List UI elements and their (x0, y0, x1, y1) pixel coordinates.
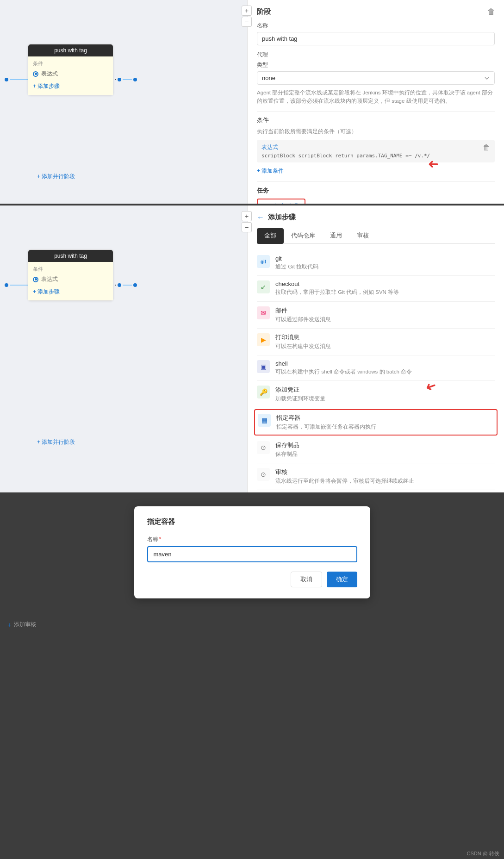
tab-bar: 全部 代码仓库 通用 审核 (257, 228, 495, 244)
condition-card-content: 表达式 scriptBlock scriptBlock return param… (261, 143, 430, 159)
credential-desc: 加载凭证到环境变量 (275, 395, 325, 403)
step-item-container[interactable]: ▦ 指定容器 指定容器，可添加嵌套任务在容器内执行 (254, 409, 498, 436)
mail-icon: ✉ (257, 306, 270, 319)
tab-audit[interactable]: 审核 (349, 228, 376, 244)
credential-title: 添加凭证 (275, 386, 325, 394)
right-connector-2 (115, 283, 137, 287)
right-dot1-2 (118, 283, 121, 287)
agent-type-select[interactable]: none (257, 71, 495, 85)
artifact-desc: 保存制品 (275, 450, 299, 458)
step-item-checkout[interactable]: ↙ checkout 拉取代码，常用于拉取非 Git 代码，例如 SVN 等等 (257, 276, 495, 301)
tab-repo[interactable]: 代码仓库 (284, 228, 323, 244)
back-arrow[interactable]: ← (257, 213, 264, 222)
zoom-out-button[interactable]: − (242, 17, 252, 27)
plus-bottom-icon: + (7, 621, 11, 629)
step-item-artifact[interactable]: ⊙ 保存制品 保存制品 (257, 436, 495, 463)
add-parallel-button-2[interactable]: + 添加并行阶段 (37, 438, 75, 446)
confirm-button[interactable]: 确定 (327, 572, 357, 587)
checkout-title: checkout (275, 280, 399, 287)
name-label: 名称 (257, 22, 495, 30)
step-item-git[interactable]: git git 通过 Git 拉取代码 (257, 250, 495, 276)
checkout-icon: ↙ (257, 280, 270, 293)
expression-label: 表达式 (41, 70, 58, 78)
step-item-shell[interactable]: ▣ shell 可以在构建中执行 shell 命令或者 windows 的 ba… (257, 355, 495, 381)
stage-header-2: push with tag (28, 250, 113, 262)
left-connector (5, 78, 31, 81)
git-title: git (275, 255, 318, 262)
bottom-bar: + 添加审核 (0, 617, 504, 632)
tab-general[interactable]: 通用 (323, 228, 349, 244)
add-step-large-button[interactable]: + + 添加步骤 (257, 199, 305, 204)
stage-body-2: 条件 表达式 + 添加步骤 (28, 262, 113, 300)
audit-desc: 流水线运行至此任务将会暂停，审核后可选择继续或终止 (275, 477, 414, 485)
right-line-2 (123, 285, 132, 286)
panel1: + − push with tag 条件 表达式 + 添加步骤 (0, 0, 504, 204)
red-arrow-1: ➜ (428, 157, 439, 172)
step-item-mail[interactable]: ✉ 邮件 可以通过邮件发送消息 (257, 302, 495, 329)
shell-title: shell (275, 360, 412, 367)
expression-row: 表达式 (33, 70, 108, 78)
container-icon: ▦ (258, 414, 271, 427)
condition-delete-icon[interactable]: 🗑 (483, 143, 490, 152)
zoom-out-button-2[interactable]: − (242, 222, 252, 232)
zoom-in-button-2[interactable]: + (242, 211, 252, 221)
panel3: 指定容器 名称* 取消 确定 (0, 492, 504, 617)
required-star: * (159, 536, 162, 542)
step-item-print[interactable]: ▶ 打印消息 可以在构建中发送消息 (257, 329, 495, 355)
name-label-text: 名称 (147, 536, 158, 542)
left-dot-2 (5, 283, 8, 287)
task-label: 任务 (257, 187, 495, 195)
audit-icon: ⊙ (257, 468, 270, 481)
add-step-large-label: + 添加步骤 (270, 202, 299, 204)
delete-icon[interactable]: 🗑 (487, 8, 495, 16)
audit-title: 审核 (275, 468, 414, 476)
condition-hint: 执行当前阶段所需要满足的条件（可选） (257, 128, 495, 135)
add-condition-button[interactable]: + 添加条件 (257, 167, 495, 175)
right-config-panel: 阶段 🗑 名称 代理 类型 none Agent 部分指定整个流水线或某定阶段将… (247, 0, 504, 204)
add-step-header: ← 添加步骤 (257, 213, 495, 222)
stage-node-2[interactable]: push with tag 条件 表达式 + 添加步骤 (28, 249, 113, 301)
step-item-credential[interactable]: 🔑 添加凭证 加载凭证到环境变量 (257, 381, 495, 408)
section-title: 阶段 🗑 (257, 7, 495, 16)
right-dot1 (118, 78, 121, 81)
stage-header: push with tag (28, 44, 113, 56)
add-parallel-button[interactable]: + 添加并行阶段 (37, 173, 75, 181)
stage-node[interactable]: push with tag 条件 表达式 + 添加步骤 (28, 44, 113, 95)
print-title: 打印消息 (275, 333, 331, 342)
right-line (123, 79, 132, 80)
condition-card[interactable]: 表达式 scriptBlock scriptBlock return param… (257, 140, 495, 162)
stage-body: 条件 表达式 + 添加步骤 (28, 56, 113, 95)
shell-desc: 可以在构建中执行 shell 命令或者 windows 的 batch 命令 (275, 368, 412, 376)
stage-name-input[interactable] (257, 32, 495, 45)
step-info-shell: shell 可以在构建中执行 shell 命令或者 windows 的 batc… (275, 360, 412, 376)
panel2: + − push with tag 条件 表达式 + 添加步骤 + 添 (0, 205, 504, 492)
condition-code: scriptBlock scriptBlock return params.TA… (261, 153, 430, 159)
step-info-mail: 邮件 可以通过邮件发送消息 (275, 306, 331, 324)
git-icon: git (257, 255, 270, 268)
step-info-checkout: checkout 拉取代码，常用于拉取非 Git 代码，例如 SVN 等等 (275, 280, 399, 296)
plus-icon: + (263, 203, 267, 204)
shell-icon: ▣ (257, 360, 270, 373)
step-item-audit[interactable]: ⊙ 审核 流水线运行至此任务将会暂停，审核后可选择继续或终止 (257, 463, 495, 490)
condition-type: 表达式 (261, 143, 430, 151)
add-step-title: 添加步骤 (268, 213, 296, 222)
container-name-input[interactable] (147, 546, 357, 562)
zoom-in-button[interactable]: + (242, 6, 252, 16)
step-info-git: git 通过 Git 拉取代码 (275, 255, 318, 271)
step-info-credential: 添加凭证 加载凭证到环境变量 (275, 386, 325, 403)
tab-all[interactable]: 全部 (257, 228, 284, 244)
radio-dot (33, 71, 38, 77)
expression-label-2: 表达式 (41, 275, 58, 283)
add-step-button-2[interactable]: + 添加步骤 (33, 287, 108, 297)
mail-title: 邮件 (275, 306, 331, 315)
cancel-button[interactable]: 取消 (291, 572, 322, 587)
step-info-artifact: 保存制品 保存制品 (275, 441, 299, 458)
dialog-actions: 取消 确定 (147, 572, 357, 587)
container-title: 指定容器 (276, 414, 376, 422)
add-step-button[interactable]: + 添加步骤 (33, 81, 108, 91)
name-form-label: 名称* (147, 535, 357, 543)
dialog: 指定容器 名称* 取消 确定 (134, 506, 370, 598)
condition-label: 条件 (33, 60, 108, 67)
left-connector-2 (5, 283, 31, 287)
pipeline-canvas: push with tag 条件 表达式 + 添加步骤 + 添加并行阶段 (0, 0, 245, 204)
